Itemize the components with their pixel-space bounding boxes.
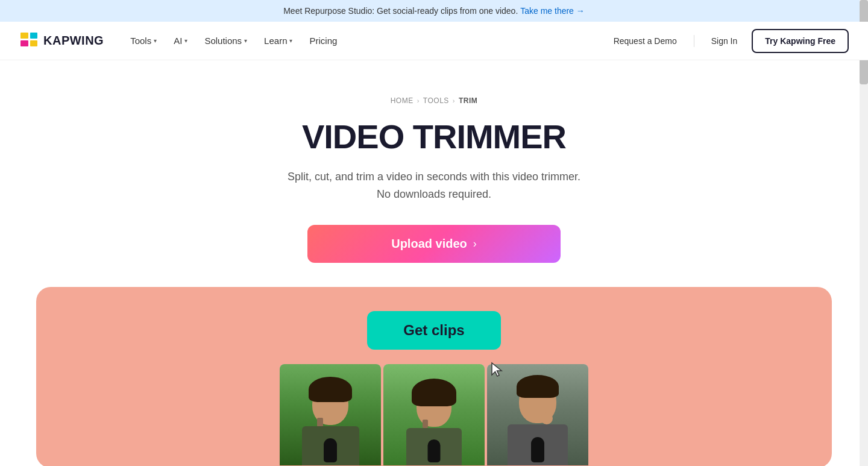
- nav-item-learn[interactable]: Learn ▾: [257, 31, 300, 51]
- breadcrumb-current: TRIM: [459, 96, 477, 105]
- video-thumbnails: [280, 364, 588, 465]
- upload-arrow-icon: ›: [473, 238, 477, 250]
- nav-links: Tools ▾ AI ▾ Solutions ▾ Learn ▾ Pricing: [123, 31, 603, 51]
- breadcrumb-tools[interactable]: TOOLS: [423, 96, 449, 105]
- nav-item-solutions[interactable]: Solutions ▾: [197, 31, 254, 51]
- nav-item-pricing[interactable]: Pricing: [302, 31, 344, 51]
- announcement-link[interactable]: Take me there →: [520, 6, 585, 16]
- hero-subtitle: Split, cut, and trim a video in seconds …: [288, 168, 580, 203]
- video-thumbnail-2: [383, 364, 485, 465]
- announcement-text: Meet Repurpose Studio: Get social-ready …: [283, 6, 518, 16]
- breadcrumb-home[interactable]: HOME: [391, 96, 414, 105]
- nav-item-ai[interactable]: AI ▾: [166, 31, 195, 51]
- hero-section: HOME › TOOLS › TRIM VIDEO TRIMMER Split,…: [0, 60, 868, 287]
- navbar: KAPWING Tools ▾ AI ▾ Solutions ▾ Learn ▾…: [0, 22, 868, 60]
- nav-item-tools[interactable]: Tools ▾: [123, 31, 164, 51]
- chevron-down-icon: ▾: [154, 37, 157, 44]
- video-thumbnail-3: [487, 364, 588, 465]
- breadcrumb-sep-2: ›: [453, 97, 455, 104]
- request-demo-button[interactable]: Request a Demo: [604, 31, 687, 51]
- upload-video-button[interactable]: Upload video ›: [307, 225, 561, 263]
- get-clips-container: Get clips: [367, 311, 500, 350]
- cursor-icon: [489, 362, 506, 379]
- breadcrumb: HOME › TOOLS › TRIM: [391, 96, 478, 105]
- chevron-down-icon: ▾: [184, 37, 187, 44]
- logo-sq-yellow: [20, 33, 28, 39]
- sign-in-button[interactable]: Sign In: [702, 31, 747, 51]
- demo-section: Get clips: [36, 287, 832, 466]
- chevron-down-icon: ▾: [289, 37, 292, 44]
- try-free-button[interactable]: Try Kapwing Free: [752, 29, 849, 53]
- announcement-bar: Meet Repurpose Studio: Get social-ready …: [0, 0, 868, 22]
- chevron-down-icon: ▾: [244, 37, 247, 44]
- logo-icon: [19, 31, 39, 51]
- scrollbar[interactable]: [860, 0, 868, 466]
- logo-sq-yellow2: [30, 40, 38, 46]
- logo-sq-pink: [20, 40, 28, 46]
- video-thumbnail-1: [280, 364, 381, 465]
- get-clips-button[interactable]: Get clips: [367, 311, 500, 350]
- logo[interactable]: KAPWING: [19, 31, 104, 51]
- breadcrumb-sep-1: ›: [417, 97, 420, 104]
- nav-divider: [694, 35, 694, 47]
- page-title: VIDEO TRIMMER: [302, 117, 566, 156]
- nav-actions: Request a Demo Sign In Try Kapwing Free: [604, 29, 849, 53]
- logo-text: KAPWING: [43, 34, 104, 48]
- logo-sq-teal: [30, 33, 38, 39]
